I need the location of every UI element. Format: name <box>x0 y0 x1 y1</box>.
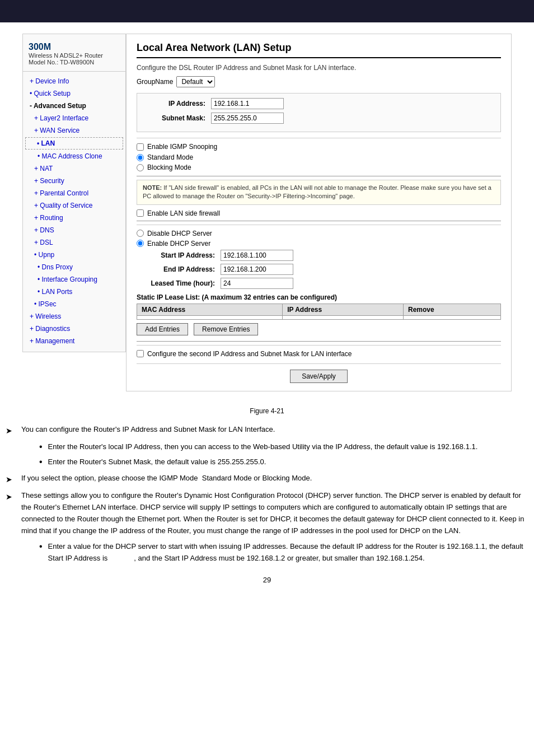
page-number: 29 <box>0 576 534 595</box>
blocking-mode-radio[interactable] <box>137 164 144 171</box>
para-3: ➤ These settings allow you to configure … <box>6 490 528 536</box>
save-row: Save/Apply <box>137 363 501 383</box>
second-ip-checkbox[interactable] <box>137 350 144 357</box>
sidebar-item-dns[interactable]: + DNS <box>23 224 125 236</box>
bullet-1-text: Enter the Router's local IP Address, the… <box>48 441 478 453</box>
igmp-section: Enable IGMP Snooping Standard Mode Block… <box>137 138 501 171</box>
leased-time-row: Leased Time (hour): <box>137 278 501 289</box>
remove-entries-button[interactable]: Remove Entries <box>194 323 258 335</box>
end-ip-row: End IP Address: <box>137 264 501 275</box>
subnet-mask-input[interactable] <box>211 113 284 124</box>
sidebar-item-wan[interactable]: + WAN Service <box>23 124 125 137</box>
standard-mode-radio[interactable] <box>137 154 144 161</box>
ip-address-input[interactable] <box>211 98 284 109</box>
table-header-mac: MAC Address <box>137 304 283 315</box>
static-ip-note: Static IP Lease List: (A maximum 32 entr… <box>137 293 501 301</box>
content-panel: Local Area Network (LAN) Setup Configure… <box>126 34 512 391</box>
disable-dhcp-row: Disable DHCP Server <box>137 230 501 237</box>
table-header-remove: Remove <box>404 304 501 315</box>
group-name-label: GroupName <box>137 78 173 86</box>
para-1: ➤ You can configure the Router's IP Addr… <box>6 424 528 437</box>
arrow-icon-2: ➤ <box>6 473 15 486</box>
leased-time-input[interactable] <box>221 278 293 289</box>
brand-title: 300M <box>29 42 120 52</box>
sidebar-item-dns-proxy[interactable]: • Dns Proxy <box>23 261 125 273</box>
lan-firewall-checkbox[interactable] <box>137 209 144 217</box>
brand-block: 300M Wireless N ADSL2+ Router Model No.:… <box>23 39 125 72</box>
sidebar-item-advanced-setup[interactable]: - Advanced Setup <box>23 100 125 112</box>
disable-dhcp-radio[interactable] <box>137 230 144 237</box>
enable-dhcp-row: Enable DHCP Server <box>137 240 501 248</box>
sidebar-item-upnp[interactable]: • Upnp <box>23 249 125 261</box>
body-text: ➤ You can configure the Router's IP Addr… <box>0 424 534 564</box>
bullet-3: • Enter a value for the DHCP server to s… <box>39 541 528 564</box>
sidebar-item-device-info[interactable]: + Device Info <box>23 75 125 87</box>
save-apply-button[interactable]: Save/Apply <box>290 370 348 383</box>
sidebar-item-dsl[interactable]: + DSL <box>23 236 125 249</box>
second-ip-checkbox-row: Configure the second IP Address and Subn… <box>137 350 501 358</box>
para-3-text: These settings allow you to configure th… <box>21 490 528 536</box>
sidebar-item-interface-grouping[interactable]: • Interface Grouping <box>23 273 125 286</box>
dhcp-section: Disable DHCP Server Enable DHCP Server S… <box>137 225 501 289</box>
subnet-mask-label: Subnet Mask: <box>144 114 211 122</box>
para-1-text: You can configure the Router's IP Addres… <box>21 424 275 436</box>
enable-igmp-checkbox[interactable] <box>137 143 144 151</box>
sidebar-item-ipsec[interactable]: • IPSec <box>23 298 125 310</box>
page-title: Local Area Network (LAN) Setup <box>137 42 501 58</box>
ip-address-row: IP Address: <box>144 98 494 109</box>
group-name-select[interactable]: Default <box>176 76 215 87</box>
sidebar-item-quick-setup[interactable]: • Quick Setup <box>23 87 125 100</box>
second-ip-label: Configure the second IP Address and Subn… <box>147 350 352 358</box>
sidebar-item-wireless[interactable]: + Wireless <box>23 310 125 323</box>
sidebar: 300M Wireless N ADSL2+ Router Model No.:… <box>22 34 126 352</box>
standard-mode-row: Standard Mode <box>137 153 501 161</box>
standard-mode-label: Standard Mode <box>147 153 193 161</box>
sidebar-item-lan[interactable]: • LAN <box>25 137 123 150</box>
group-name-row: GroupName Default <box>137 76 501 87</box>
figure-caption: Figure 4-21 <box>0 407 534 415</box>
start-ip-input[interactable] <box>221 250 293 261</box>
add-entries-button[interactable]: Add Entries <box>137 323 188 335</box>
bullet-dot-2: • <box>39 456 43 468</box>
top-bar <box>0 0 534 22</box>
disable-dhcp-label: Disable DHCP Server <box>147 230 212 237</box>
sidebar-item-mac-clone[interactable]: • MAC Address Clone <box>23 150 125 162</box>
start-ip-label: Start IP Address: <box>137 251 221 259</box>
blocking-mode-row: Blocking Mode <box>137 164 501 171</box>
bullet-1: • Enter the Router's local IP Address, t… <box>39 441 528 453</box>
leased-time-label: Leased Time (hour): <box>137 279 221 287</box>
sidebar-item-management[interactable]: + Management <box>23 335 125 347</box>
end-ip-input[interactable] <box>221 264 293 275</box>
para-2: ➤ If you select the option, please choos… <box>6 473 528 486</box>
table-header-ip: IP Address <box>283 304 404 315</box>
bullet-3-text: Enter a value for the DHCP server to sta… <box>48 541 528 564</box>
sidebar-item-layer2[interactable]: + Layer2 Interface <box>23 112 125 124</box>
bullet-list-1: • Enter the Router's local IP Address, t… <box>39 441 528 468</box>
note-label: NOTE: <box>143 184 162 191</box>
sidebar-item-routing[interactable]: + Routing <box>23 212 125 224</box>
igmp-checkbox-row: Enable IGMP Snooping <box>137 143 501 151</box>
subnet-mask-row: Subnet Mask: <box>144 113 494 124</box>
start-ip-row: Start IP Address: <box>137 250 501 261</box>
brand-line1: Wireless N ADSL2+ Router <box>29 52 120 59</box>
lan-firewall-checkbox-row: Enable LAN side firewall <box>137 209 501 217</box>
enable-dhcp-radio[interactable] <box>137 240 144 247</box>
sidebar-item-nat[interactable]: + NAT <box>23 162 125 175</box>
sidebar-item-diagnostics[interactable]: + Diagnostics <box>23 323 125 335</box>
bullet-list-2: • Enter a value for the DHCP server to s… <box>39 541 528 564</box>
enable-dhcp-label: Enable DHCP Server <box>147 240 210 248</box>
para-2-text: If you select the option, please choose … <box>21 473 312 484</box>
bullet-2-text: Enter the Router's Subnet Mask, the defa… <box>48 456 266 468</box>
second-ip-section: Configure the second IP Address and Subn… <box>137 345 501 358</box>
sidebar-item-parental[interactable]: + Parental Control <box>23 187 125 199</box>
sidebar-item-qos[interactable]: + Quality of Service <box>23 199 125 212</box>
table-row <box>137 315 501 319</box>
static-ip-table: MAC Address IP Address Remove <box>137 304 501 320</box>
sidebar-item-lan-ports[interactable]: • LAN Ports <box>23 286 125 298</box>
arrow-icon-3: ➤ <box>6 491 15 503</box>
ip-section: IP Address: Subnet Mask: <box>137 93 501 132</box>
bullet-dot-3: • <box>39 541 43 553</box>
sidebar-item-security[interactable]: + Security <box>23 175 125 187</box>
table-buttons: Add Entries Remove Entries <box>137 323 501 335</box>
section-desc: Configure the DSL Router IP Address and … <box>137 64 501 72</box>
